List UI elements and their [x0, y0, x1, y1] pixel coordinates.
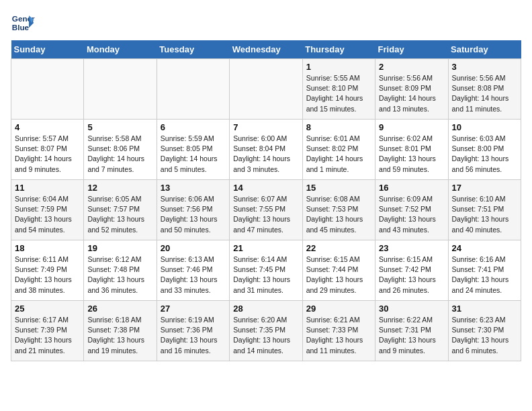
day-info: Sunrise: 6:14 AM Sunset: 7:45 PM Dayligh…: [233, 255, 298, 295]
calendar-week-row: 4Sunrise: 5:57 AM Sunset: 8:07 PM Daylig…: [11, 120, 521, 180]
day-number: 9: [379, 122, 444, 132]
day-info: Sunrise: 6:19 AM Sunset: 7:36 PM Dayligh…: [161, 315, 226, 356]
day-info: Sunrise: 6:11 AM Sunset: 7:49 PM Dayligh…: [15, 255, 80, 295]
calendar-cell: 15Sunrise: 6:08 AM Sunset: 7:53 PM Dayli…: [302, 180, 375, 240]
calendar-cell: 2Sunrise: 5:56 AM Sunset: 8:09 PM Daylig…: [375, 59, 448, 120]
day-header-tuesday: Tuesday: [157, 40, 229, 59]
day-number: 11: [15, 183, 80, 193]
day-header-friday: Friday: [375, 40, 448, 59]
day-number: 25: [15, 304, 80, 314]
day-info: Sunrise: 5:57 AM Sunset: 8:07 PM Dayligh…: [15, 134, 80, 175]
day-header-wednesday: Wednesday: [230, 40, 302, 59]
day-number: 28: [233, 304, 298, 314]
calendar-cell: 19Sunrise: 6:12 AM Sunset: 7:48 PM Dayli…: [84, 240, 157, 301]
day-header-saturday: Saturday: [448, 40, 521, 59]
day-info: Sunrise: 5:59 AM Sunset: 8:05 PM Dayligh…: [161, 134, 226, 175]
day-info: Sunrise: 6:20 AM Sunset: 7:35 PM Dayligh…: [233, 315, 298, 356]
day-info: Sunrise: 6:15 AM Sunset: 7:42 PM Dayligh…: [379, 255, 444, 295]
calendar-cell: 10Sunrise: 6:03 AM Sunset: 8:00 PM Dayli…: [448, 120, 521, 180]
day-number: 8: [306, 122, 371, 132]
calendar-cell: 5Sunrise: 5:58 AM Sunset: 8:06 PM Daylig…: [84, 120, 157, 180]
day-number: 19: [87, 243, 152, 253]
day-info: Sunrise: 6:12 AM Sunset: 7:48 PM Dayligh…: [87, 255, 152, 295]
day-number: 26: [87, 304, 152, 314]
day-info: Sunrise: 6:07 AM Sunset: 7:55 PM Dayligh…: [233, 194, 298, 235]
day-number: 22: [306, 243, 371, 253]
day-info: Sunrise: 6:01 AM Sunset: 8:02 PM Dayligh…: [306, 134, 371, 175]
day-number: 17: [452, 183, 517, 193]
calendar-cell: 21Sunrise: 6:14 AM Sunset: 7:45 PM Dayli…: [230, 240, 302, 301]
calendar-cell: 8Sunrise: 6:01 AM Sunset: 8:02 PM Daylig…: [302, 120, 375, 180]
day-number: 16: [379, 183, 444, 193]
calendar-cell: 26Sunrise: 6:18 AM Sunset: 7:38 PM Dayli…: [84, 301, 157, 361]
page-header: General Blue: [11, 11, 521, 35]
calendar-cell: [230, 59, 302, 120]
calendar-cell: 27Sunrise: 6:19 AM Sunset: 7:36 PM Dayli…: [157, 301, 229, 361]
day-number: 6: [161, 122, 226, 132]
day-number: 20: [161, 243, 226, 253]
calendar-week-row: 1Sunrise: 5:55 AM Sunset: 8:10 PM Daylig…: [11, 59, 521, 120]
day-number: 24: [452, 243, 517, 253]
calendar-table: SundayMondayTuesdayWednesdayThursdayFrid…: [11, 40, 521, 361]
day-number: 12: [87, 183, 152, 193]
day-info: Sunrise: 5:55 AM Sunset: 8:10 PM Dayligh…: [306, 73, 371, 114]
calendar-cell: 16Sunrise: 6:09 AM Sunset: 7:52 PM Dayli…: [375, 180, 448, 240]
day-info: Sunrise: 6:16 AM Sunset: 7:41 PM Dayligh…: [452, 255, 517, 295]
calendar-cell: 13Sunrise: 6:06 AM Sunset: 7:56 PM Dayli…: [157, 180, 229, 240]
calendar-cell: 23Sunrise: 6:15 AM Sunset: 7:42 PM Dayli…: [375, 240, 448, 301]
day-info: Sunrise: 6:21 AM Sunset: 7:33 PM Dayligh…: [306, 315, 371, 356]
day-info: Sunrise: 6:03 AM Sunset: 8:00 PM Dayligh…: [452, 134, 517, 175]
day-info: Sunrise: 6:05 AM Sunset: 7:57 PM Dayligh…: [87, 194, 152, 235]
svg-text:Blue: Blue: [12, 23, 30, 32]
day-number: 21: [233, 243, 298, 253]
calendar-cell: [157, 59, 229, 120]
day-info: Sunrise: 6:02 AM Sunset: 8:01 PM Dayligh…: [379, 134, 444, 175]
day-number: 13: [161, 183, 226, 193]
day-info: Sunrise: 6:15 AM Sunset: 7:44 PM Dayligh…: [306, 255, 371, 295]
day-number: 27: [161, 304, 226, 314]
day-number: 29: [306, 304, 371, 314]
day-number: 1: [306, 62, 371, 72]
calendar-cell: 22Sunrise: 6:15 AM Sunset: 7:44 PM Dayli…: [302, 240, 375, 301]
day-number: 18: [15, 243, 80, 253]
day-info: Sunrise: 6:18 AM Sunset: 7:38 PM Dayligh…: [87, 315, 152, 356]
day-info: Sunrise: 5:58 AM Sunset: 8:06 PM Dayligh…: [87, 134, 152, 175]
day-info: Sunrise: 6:00 AM Sunset: 8:04 PM Dayligh…: [233, 134, 298, 175]
calendar-cell: 17Sunrise: 6:10 AM Sunset: 7:51 PM Dayli…: [448, 180, 521, 240]
calendar-cell: 24Sunrise: 6:16 AM Sunset: 7:41 PM Dayli…: [448, 240, 521, 301]
day-info: Sunrise: 6:17 AM Sunset: 7:39 PM Dayligh…: [15, 315, 80, 356]
day-info: Sunrise: 5:56 AM Sunset: 8:08 PM Dayligh…: [452, 73, 517, 114]
day-number: 3: [452, 62, 517, 72]
calendar-cell: 3Sunrise: 5:56 AM Sunset: 8:08 PM Daylig…: [448, 59, 521, 120]
day-info: Sunrise: 6:08 AM Sunset: 7:53 PM Dayligh…: [306, 194, 371, 235]
calendar-cell: 7Sunrise: 6:00 AM Sunset: 8:04 PM Daylig…: [230, 120, 302, 180]
day-number: 7: [233, 122, 298, 132]
day-number: 30: [379, 304, 444, 314]
day-info: Sunrise: 5:56 AM Sunset: 8:09 PM Dayligh…: [379, 73, 444, 114]
day-number: 14: [233, 183, 298, 193]
day-number: 10: [452, 122, 517, 132]
calendar-cell: 18Sunrise: 6:11 AM Sunset: 7:49 PM Dayli…: [11, 240, 84, 301]
calendar-cell: 14Sunrise: 6:07 AM Sunset: 7:55 PM Dayli…: [230, 180, 302, 240]
day-info: Sunrise: 6:22 AM Sunset: 7:31 PM Dayligh…: [379, 315, 444, 356]
calendar-cell: [11, 59, 84, 120]
calendar-cell: [84, 59, 157, 120]
day-header-sunday: Sunday: [11, 40, 84, 59]
calendar-cell: 1Sunrise: 5:55 AM Sunset: 8:10 PM Daylig…: [302, 59, 375, 120]
day-number: 4: [15, 122, 80, 132]
day-number: 15: [306, 183, 371, 193]
day-info: Sunrise: 6:04 AM Sunset: 7:59 PM Dayligh…: [15, 194, 80, 235]
day-number: 5: [87, 122, 152, 132]
day-number: 23: [379, 243, 444, 253]
calendar-week-row: 11Sunrise: 6:04 AM Sunset: 7:59 PM Dayli…: [11, 180, 521, 240]
calendar-cell: 11Sunrise: 6:04 AM Sunset: 7:59 PM Dayli…: [11, 180, 84, 240]
calendar-cell: 29Sunrise: 6:21 AM Sunset: 7:33 PM Dayli…: [302, 301, 375, 361]
logo: General Blue: [11, 11, 38, 35]
calendar-cell: 20Sunrise: 6:13 AM Sunset: 7:46 PM Dayli…: [157, 240, 229, 301]
day-info: Sunrise: 6:10 AM Sunset: 7:51 PM Dayligh…: [452, 194, 517, 235]
day-header-thursday: Thursday: [302, 40, 375, 59]
calendar-cell: 25Sunrise: 6:17 AM Sunset: 7:39 PM Dayli…: [11, 301, 84, 361]
calendar-cell: 31Sunrise: 6:23 AM Sunset: 7:30 PM Dayli…: [448, 301, 521, 361]
day-headers-row: SundayMondayTuesdayWednesdayThursdayFrid…: [11, 40, 521, 59]
day-info: Sunrise: 6:13 AM Sunset: 7:46 PM Dayligh…: [161, 255, 226, 295]
